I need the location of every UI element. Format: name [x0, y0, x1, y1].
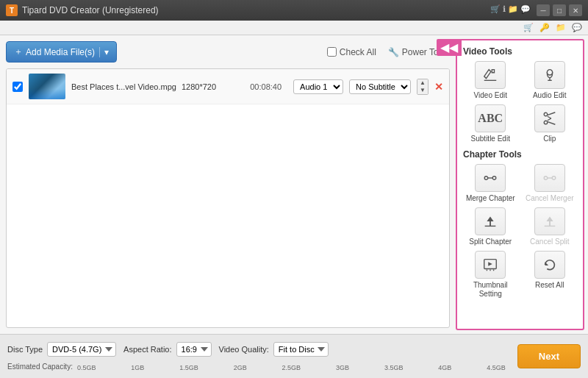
cancel-merger-label: Cancel Merger	[526, 194, 574, 203]
clip-label: Clip	[543, 135, 556, 143]
svg-point-4	[544, 113, 548, 116]
panel-collapse-button[interactable]: ◀◀	[437, 39, 462, 56]
split-chapter-icon-box	[475, 207, 506, 235]
reset-all-icon-box	[534, 251, 565, 279]
reset-all-icon	[542, 257, 558, 273]
disc-type-field: Disc Type DVD-5 (4.7G) DVD-9 (8.5G)	[7, 342, 116, 357]
window-controls: 🛒 ℹ 📁 💬 ─ □ ✕	[490, 4, 582, 16]
video-tools-grid: Video Edit Audio Edit ABC	[463, 61, 577, 143]
media-item-checkbox[interactable]	[12, 82, 23, 92]
aspect-ratio-select[interactable]: 16:9 4:3	[176, 342, 212, 357]
audio-edit-icon	[542, 67, 558, 83]
key-icon[interactable]: 🔑	[539, 23, 550, 32]
close-button[interactable]: ✕	[569, 4, 582, 16]
aspect-ratio-field: Aspect Ratio: 16:9 4:3	[123, 342, 211, 357]
audio-edit-tool[interactable]: Audio Edit	[523, 61, 578, 100]
reset-all-label: Reset All	[535, 281, 564, 290]
bottom-bar: Disc Type DVD-5 (4.7G) DVD-9 (8.5G) Aspe…	[0, 334, 588, 378]
svg-marker-23	[489, 262, 493, 266]
cancel-merger-icon	[542, 170, 558, 186]
title-bar: T Tipard DVD Creator (Unregistered) 🛒 ℹ …	[0, 0, 588, 21]
merge-chapter-label: Merge Chapter	[466, 194, 515, 203]
add-media-button[interactable]: ＋ Add Media File(s) ▾	[6, 41, 117, 63]
video-edit-icon-box	[475, 61, 506, 89]
check-all-checkbox[interactable]	[327, 47, 337, 57]
audio-edit-icon-box	[534, 61, 565, 89]
svg-line-8	[548, 116, 551, 118]
subtitle-icon: ABC	[478, 112, 503, 125]
left-panel: ＋ Add Media File(s) ▾ Check All 🔧 Power …	[0, 35, 456, 334]
chat-icon[interactable]: 💬	[572, 23, 582, 32]
add-media-label: Add Media File(s)	[26, 47, 95, 57]
subtitle-edit-tool[interactable]: ABC Subtitle Edit	[463, 104, 518, 143]
svg-point-10	[484, 176, 488, 180]
clip-icon	[542, 110, 558, 126]
capacity-labels: 0.5GB 1GB 1.5GB 2GB 2.5GB 3GB 3.5GB 4GB …	[77, 364, 506, 371]
merge-chapter-icon	[482, 170, 498, 186]
thumbnail-setting-tool[interactable]: ThumbnailSetting	[463, 251, 518, 299]
disc-type-label: Disc Type	[7, 345, 43, 354]
video-tools-title: Video Tools	[463, 46, 577, 57]
media-thumbnail	[29, 74, 65, 99]
video-quality-label: Video Quality:	[219, 345, 269, 354]
spinner-up-button[interactable]: ▲	[417, 79, 428, 87]
disc-type-select[interactable]: DVD-5 (4.7G) DVD-9 (8.5G)	[47, 342, 116, 357]
media-item: Best Places t...vel Video.mpg 1280*720 0…	[7, 69, 449, 104]
video-quality-select[interactable]: Fit to Disc High Medium Low	[273, 342, 329, 357]
thumbnail-setting-icon	[482, 257, 498, 273]
main-area: ＋ Add Media File(s) ▾ Check All 🔧 Power …	[0, 35, 588, 334]
clip-tool[interactable]: Clip	[523, 104, 578, 143]
cancel-merger-icon-box	[534, 164, 565, 192]
cancel-split-icon	[542, 213, 558, 229]
minimize-button[interactable]: ─	[537, 4, 550, 16]
split-chapter-tool[interactable]: Split Chapter	[463, 207, 518, 246]
svg-point-14	[552, 176, 556, 180]
app-icon: T	[6, 4, 18, 16]
window-title: Tipard DVD Creator (Unregistered)	[22, 5, 490, 15]
cart-icon[interactable]: 🛒	[523, 23, 534, 32]
svg-line-9	[548, 118, 551, 121]
svg-line-7	[547, 121, 555, 124]
top-icon-bar: 🛒 🔑 📁 💬	[0, 21, 588, 35]
merge-chapter-tool[interactable]: Merge Chapter	[463, 164, 518, 203]
folder-icon[interactable]: 📁	[556, 23, 566, 32]
next-button[interactable]: Next	[517, 344, 581, 368]
svg-marker-16	[487, 217, 494, 221]
media-filename: Best Places t...vel Video.mpg	[71, 82, 176, 91]
svg-marker-24	[545, 262, 548, 265]
check-all-area: Check All	[327, 47, 376, 57]
media-remove-button[interactable]: ✕	[434, 81, 443, 93]
svg-marker-19	[546, 217, 553, 221]
cancel-split-icon-box	[534, 207, 565, 235]
chapter-tools-title: Chapter Tools	[463, 149, 577, 160]
plus-icon: ＋	[14, 46, 23, 58]
video-edit-icon	[482, 67, 498, 83]
svg-point-13	[544, 176, 548, 180]
split-chapter-label: Split Chapter	[469, 238, 512, 246]
video-edit-label: Video Edit	[474, 91, 507, 100]
video-edit-tool[interactable]: Video Edit	[463, 61, 518, 100]
thumbnail-setting-icon-box	[475, 251, 506, 279]
clip-icon-box	[534, 104, 565, 132]
subtitle-edit-label: Subtitle Edit	[471, 135, 510, 143]
subtitle-edit-icon-box: ABC	[475, 104, 506, 132]
capacity-row: Estimated Capacity: 0.5GB 1GB 1.5GB 2GB …	[7, 363, 506, 371]
cancel-split-tool: Cancel Split	[523, 207, 578, 246]
svg-point-5	[544, 121, 548, 124]
reset-all-tool[interactable]: Reset All	[523, 251, 578, 299]
audio-track-select[interactable]: Audio 1	[293, 79, 343, 94]
dropdown-arrow-icon: ▾	[99, 47, 109, 57]
estimated-capacity-label: Estimated Capacity:	[7, 363, 73, 371]
svg-point-11	[492, 176, 496, 180]
split-chapter-icon	[482, 213, 498, 229]
spinner-control: ▲ ▼	[417, 79, 429, 95]
maximize-button[interactable]: □	[553, 4, 566, 16]
svg-line-6	[547, 113, 555, 115]
merge-chapter-icon-box	[475, 164, 506, 192]
subtitle-select[interactable]: No Subtitle	[349, 79, 411, 94]
toolbar-right: Check All 🔧 Power Tools	[327, 47, 450, 57]
wrench-icon: 🔧	[388, 47, 399, 57]
media-resolution: 1280*720	[182, 82, 216, 91]
bottom-selects-row: Disc Type DVD-5 (4.7G) DVD-9 (8.5G) Aspe…	[7, 342, 506, 357]
spinner-down-button[interactable]: ▼	[417, 87, 428, 94]
